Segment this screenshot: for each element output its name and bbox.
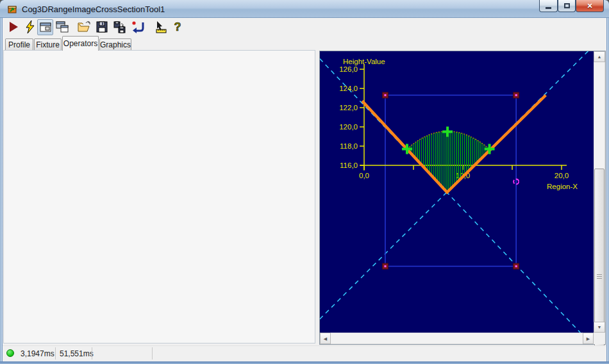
- chart-y-tick-label: 118,0: [340, 142, 358, 150]
- display-hscroll-left-button[interactable]: ◀: [320, 333, 331, 344]
- pointer-ruler-icon: [154, 21, 167, 33]
- chart-x-tick-label: 0,0: [359, 172, 369, 179]
- open-folder-icon: [77, 21, 91, 33]
- open-file-button[interactable]: [77, 20, 91, 34]
- maximize-button[interactable]: [558, 0, 576, 12]
- chart-y-tick-label: 124,0: [339, 85, 358, 92]
- chart-y-tick-label: 126,0: [339, 65, 358, 73]
- chart-corner-marker-dot: [384, 94, 386, 96]
- statusbar-separator: [92, 347, 92, 360]
- title-bar[interactable]: Cog3DRangeImageCrossSectionTool1: [0, 0, 609, 18]
- result-window-icon: [40, 22, 51, 33]
- save-file-as-button[interactable]: [113, 20, 127, 34]
- show-result-window-button[interactable]: [37, 19, 53, 35]
- help-icon: ?: [172, 21, 183, 33]
- help-button[interactable]: ?: [171, 20, 185, 34]
- window-title: Cog3DRangeImageCrossSectionTool1: [22, 4, 165, 14]
- display-vscroll-up-button[interactable]: ▲: [594, 51, 605, 62]
- run-status-light: [6, 349, 14, 357]
- window-border-right: [606, 18, 609, 364]
- run-icon: [8, 21, 19, 33]
- display-hscrollbar[interactable]: [320, 333, 594, 344]
- chart-corner-marker-dot: [384, 265, 386, 267]
- chart-y-axis-title: Height-Value: [343, 58, 385, 65]
- statusbar-separator: [152, 347, 153, 360]
- chart-corner-marker-dot: [515, 265, 517, 267]
- tab-graphics[interactable]: Graphics: [99, 38, 131, 51]
- profile-chart[interactable]: 126,0124,0122,0120,0118,0116,00,010,020,…: [320, 51, 594, 333]
- run-button[interactable]: [6, 20, 21, 34]
- tab-profile[interactable]: Profile: [5, 38, 33, 51]
- window-border-bottom: [0, 361, 609, 364]
- tab-fixture[interactable]: Fixture: [34, 38, 62, 51]
- app-window: Cog3DRangeImageCrossSectionTool1 ✕: [0, 0, 609, 364]
- total-time: 51,551ms: [60, 349, 94, 358]
- float-result-window-button[interactable]: [55, 20, 69, 34]
- reset-icon: [131, 21, 145, 33]
- svg-text:?: ?: [174, 21, 181, 33]
- window-border-left: [0, 18, 3, 364]
- app-icon[interactable]: [7, 4, 17, 14]
- chart-y-tick-label: 116,0: [340, 161, 358, 169]
- display-scroll-corner: [594, 333, 605, 344]
- chart-y-tick-label: 122,0: [339, 104, 358, 112]
- position-tool-button[interactable]: [154, 20, 168, 34]
- chart-x-tick-label: 20,0: [555, 172, 569, 179]
- minimize-icon: [546, 7, 551, 9]
- float-window-icon: [56, 21, 69, 33]
- display-hscroll-right-button[interactable]: ▶: [583, 333, 594, 344]
- close-button[interactable]: ✕: [576, 0, 604, 12]
- lightning-icon: [24, 21, 36, 33]
- tab-operators[interactable]: Operators: [62, 36, 99, 51]
- save-as-icon: [113, 21, 126, 33]
- operators-tab-page: [3, 50, 315, 343]
- reset-button[interactable]: [131, 20, 145, 34]
- minimize-button[interactable]: [539, 0, 558, 12]
- trigger-button[interactable]: [23, 20, 37, 34]
- maximize-icon: [564, 3, 570, 8]
- display-vscroll-down-button[interactable]: ▼: [594, 322, 605, 333]
- chart-y-tick-label: 120,0: [339, 123, 358, 131]
- save-file-button[interactable]: [95, 20, 109, 34]
- save-icon: [96, 21, 108, 33]
- chart-corner-marker-dot: [515, 94, 517, 96]
- execution-time: 3,1947ms: [21, 349, 54, 358]
- statusbar-separator: [55, 347, 56, 360]
- close-icon: ✕: [587, 2, 592, 10]
- chart-x-axis-title: Region-X: [547, 183, 578, 190]
